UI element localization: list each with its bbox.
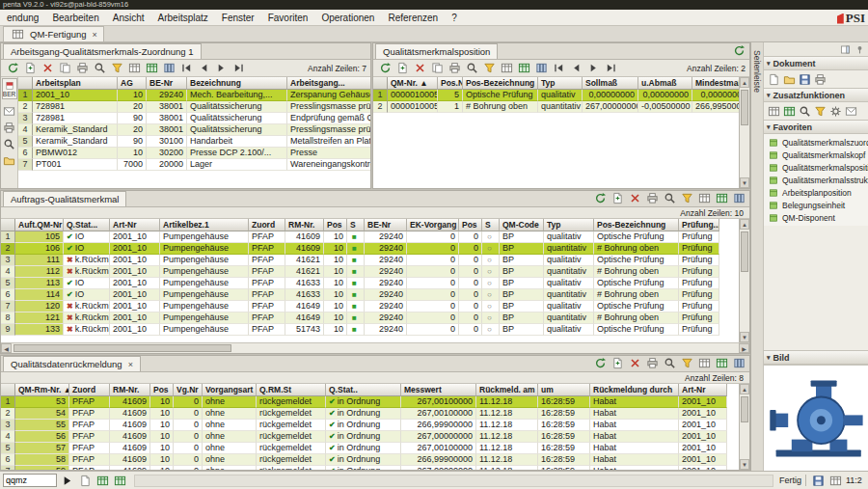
table-cell[interactable]: Pumpengehäuse: [160, 301, 249, 312]
table-cell[interactable]: PT001: [33, 159, 118, 171]
table-cell[interactable]: ✖k.Rückm: [64, 312, 110, 324]
table-cell[interactable]: Habat: [590, 454, 679, 466]
table-cell[interactable]: 106: [15, 243, 64, 255]
column-header[interactable]: Artikelbez.1: [160, 219, 249, 231]
table-cell[interactable]: ○: [482, 266, 500, 278]
table-row[interactable]: 254PFAP41609100ohnerückgemeldet✔in Ordnu…: [1, 408, 727, 420]
export-excel-icon[interactable]: [95, 473, 111, 488]
table-cell[interactable]: PBMW012: [33, 148, 118, 159]
row-number-cell[interactable]: 4: [18, 124, 33, 136]
table-cell[interactable]: 54: [15, 408, 69, 420]
table-row[interactable]: 759PFAP41609100ohnerückgemeldet✔in Ordnu…: [1, 466, 727, 470]
section-bild[interactable]: ▾Bild: [764, 350, 868, 365]
sidebar-vertical-tab[interactable]: Seitenleiste: [751, 42, 764, 471]
table-icon[interactable]: [827, 473, 844, 488]
table-cell[interactable]: 0: [407, 301, 459, 312]
table-cell[interactable]: ✔in Ordnung: [326, 443, 401, 454]
nav-prev-icon[interactable]: [568, 61, 584, 76]
column-header[interactable]: BE-Nr: [365, 219, 407, 231]
table-cell[interactable]: 41621: [285, 266, 324, 278]
table-row[interactable]: 4Keramik_Standard2038001Qualitätssicheru…: [18, 124, 370, 136]
table-cell[interactable]: BP: [500, 255, 544, 266]
select-all-corner[interactable]: [1, 384, 15, 396]
favorite-item[interactable]: Qualitätsmerkmalszuordnung änd...: [764, 136, 868, 149]
table-cell[interactable]: rückgemeldet: [257, 466, 326, 470]
scrollbar-thumb[interactable]: [741, 231, 748, 272]
table-icon[interactable]: [696, 355, 713, 370]
table-row[interactable]: 200000100051# Bohrung obenquantitativ267…: [373, 101, 739, 113]
table-cell[interactable]: 30200: [147, 148, 187, 159]
table-cell[interactable]: 0: [407, 312, 459, 324]
table-cell[interactable]: ohne: [203, 454, 257, 466]
menu-item-bearbeiten[interactable]: Bearbeiten: [45, 11, 105, 25]
table-cell[interactable]: 2001_10: [110, 289, 160, 301]
nav-next-icon[interactable]: [213, 61, 230, 76]
table-cell[interactable]: 29240: [365, 266, 407, 278]
column-header[interactable]: Zuord: [69, 384, 110, 396]
scroll-down-icon[interactable]: ▼: [740, 177, 749, 188]
folder-icon[interactable]: [782, 72, 797, 86]
table-cell[interactable]: 10: [324, 243, 347, 255]
table-cell[interactable]: 0,00000000: [692, 90, 739, 101]
table-cell[interactable]: 0: [459, 243, 482, 255]
plant-tab-ber[interactable]: BER: [2, 78, 17, 99]
table-cell[interactable]: 267,00000000: [401, 431, 476, 443]
nav-next-icon[interactable]: [585, 61, 602, 76]
table-row[interactable]: 4112✖k.Rückm2001_10PumpengehäusePFAP4162…: [1, 266, 719, 278]
table-cell[interactable]: quantitativ: [544, 266, 594, 278]
table-cell[interactable]: 41633: [285, 278, 324, 289]
row-number-cell[interactable]: 2: [1, 408, 15, 420]
scroll-up-icon[interactable]: ▲: [740, 384, 749, 394]
pin-icon[interactable]: [853, 43, 866, 56]
table-cell[interactable]: qualitativ: [544, 231, 594, 243]
menu-item-favoriten[interactable]: Favoriten: [261, 11, 315, 25]
column-header[interactable]: RM-Nr.: [110, 384, 150, 396]
filter-icon[interactable]: [679, 190, 695, 205]
table-row[interactable]: 7PT001700020000LagerWareneingangskontrol…: [18, 159, 370, 171]
columns-icon[interactable]: [161, 61, 177, 76]
table-cell[interactable]: 2001_10: [679, 420, 727, 431]
table-row[interactable]: 27289812038001QualitätssicherungPresslin…: [18, 101, 370, 113]
table-cell[interactable]: Optische Prüfung: [594, 255, 679, 266]
column-header[interactable]: Auft.QM-Nr ▲: [15, 219, 64, 231]
table-cell[interactable]: PFAP: [249, 312, 285, 324]
table-cell[interactable]: 10: [150, 454, 174, 466]
table-cell[interactable]: ○: [482, 278, 500, 289]
table-cell[interactable]: Optische Prüfung: [594, 324, 679, 336]
export-excel-icon[interactable]: [714, 190, 730, 205]
table-cell[interactable]: 41609: [110, 431, 150, 443]
scroll-up-icon[interactable]: ▲: [740, 219, 749, 230]
copy-icon[interactable]: [57, 61, 73, 76]
table-cell[interactable]: Pumpengehäuse: [160, 231, 249, 243]
table-cell[interactable]: 2001_10: [679, 396, 727, 408]
vertical-scrollbar[interactable]: ▲ ▼: [739, 219, 749, 342]
select-all-corner[interactable]: [18, 77, 33, 90]
table-cell[interactable]: ○: [482, 301, 500, 312]
table-cell[interactable]: quantitativ: [544, 289, 594, 301]
table-cell[interactable]: Habat: [590, 420, 679, 431]
table-row[interactable]: 3111✖k.Rückm2001_10PumpengehäusePFAP4162…: [1, 255, 719, 266]
favorite-item[interactable]: Belegungseinheit: [764, 199, 868, 211]
row-number-cell[interactable]: 1: [1, 231, 15, 243]
table-cell[interactable]: 2001_10: [679, 443, 727, 454]
table-cell[interactable]: 10: [324, 231, 347, 243]
table-cell[interactable]: 2001_10: [110, 266, 160, 278]
table-cell[interactable]: 10: [324, 289, 347, 301]
column-header[interactable]: Pos-Bezeichnung: [594, 219, 679, 231]
table-cell[interactable]: 10: [118, 148, 147, 159]
table-cell[interactable]: ■: [347, 266, 365, 278]
new-row-icon[interactable]: [22, 61, 39, 76]
table-cell[interactable]: ✔IO: [64, 231, 110, 243]
column-header[interactable]: Vg.Nr: [174, 384, 203, 396]
column-header[interactable]: Rückmeldung durch: [590, 384, 679, 396]
table-cell[interactable]: 41621: [285, 255, 324, 266]
table-cell[interactable]: Presse DCP 2.100/...: [187, 148, 287, 159]
table-cell[interactable]: 59: [15, 466, 69, 470]
table-cell[interactable]: PFAP: [69, 431, 110, 443]
horizontal-scrollbar[interactable]: ◀ ▶: [1, 342, 749, 353]
table-cell[interactable]: BP: [500, 231, 544, 243]
table-cell[interactable]: 105: [15, 231, 64, 243]
table-cell[interactable]: 0: [407, 243, 459, 255]
table-cell[interactable]: 2001_10: [679, 454, 727, 466]
row-number-cell[interactable]: 5: [1, 443, 15, 454]
